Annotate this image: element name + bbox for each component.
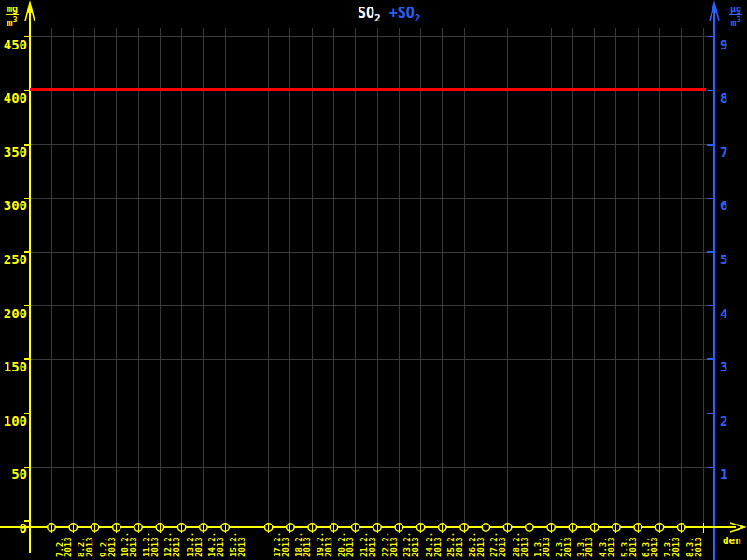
svg-text:2013: 2013 [281, 537, 290, 557]
left-axis-tick-label: 350 [4, 145, 27, 160]
x-axis-date-label: 11.2.2013 [142, 532, 160, 557]
svg-text:2013: 2013 [607, 537, 616, 557]
right-axis-tick-label: 6 [720, 198, 727, 213]
right-axis-tick-label: 8 [720, 91, 727, 105]
x-axis-date-label: 5.3.2013 [620, 537, 638, 557]
svg-text:2013: 2013 [411, 537, 420, 557]
svg-text:2013: 2013 [303, 537, 312, 557]
svg-text:2013: 2013 [476, 537, 486, 557]
svg-text:2013: 2013 [107, 537, 117, 557]
right-axis-tick-label: 9 [720, 37, 727, 52]
x-axis-date-label: 25.2.2013 [446, 532, 464, 557]
svg-text:2013: 2013 [194, 537, 204, 557]
x-axis-date-label: 20.2.2013 [337, 532, 355, 557]
x-axis-date-label: 9.2.2013 [99, 537, 117, 557]
x-axis-date-label: 13.2.2013 [186, 532, 204, 557]
x-axis-date-labels: 7.2.20138.2.20139.2.201310.2.201311.2.20… [55, 532, 703, 557]
x-axis-date-label: 15.2.2013 [229, 532, 247, 557]
axes [0, 3, 736, 560]
axis-arrows [25, 3, 744, 532]
x-axis-date-label: 23.2.2013 [402, 532, 420, 557]
left-axis-tick-label: 300 [4, 198, 27, 213]
left-axis-tick-label: 50 [11, 467, 27, 482]
x-axis-date-label: 4.3.2013 [599, 537, 616, 557]
svg-text:2013: 2013 [129, 537, 138, 557]
right-axis-tick-label: 1 [720, 467, 727, 482]
x-axis-date-label: 7.2.2013 [55, 537, 73, 557]
right-axis-tick-label: 2 [720, 413, 727, 428]
x-axis-date-label: 1.3.2013 [533, 537, 551, 557]
left-axis-tick-label: 450 [4, 37, 27, 52]
left-axis-tick-label: 150 [4, 359, 27, 374]
x-axis-date-label: 7.3.2013 [663, 537, 681, 557]
svg-text:2013: 2013 [671, 537, 681, 557]
left-axis-tick-label: 250 [4, 252, 27, 267]
so2-concentration-chart: SO2+SO2 mg m3 µg m3 den 4504003503002502… [0, 0, 747, 560]
right-axis-tick-label: 7 [720, 145, 727, 160]
x-axis-date-label: 10.2.2013 [120, 532, 138, 557]
right-axis-ticks: 987654321 [707, 37, 727, 483]
right-axis-tick-label: 5 [720, 252, 727, 267]
x-axis-date-label: 27.2.2013 [489, 532, 507, 557]
svg-text:2013: 2013 [650, 537, 659, 557]
svg-text:2013: 2013 [628, 537, 638, 557]
left-axis-tick-label: 400 [4, 91, 27, 105]
svg-text:2013: 2013 [563, 537, 572, 557]
left-axis-tick-label: 200 [4, 306, 27, 321]
svg-text:2013: 2013 [237, 537, 247, 557]
left-axis-tick-label: 0 [20, 521, 27, 536]
x-axis-date-label: 17.2.2013 [273, 532, 290, 557]
svg-text:2013: 2013 [585, 537, 594, 557]
right-axis-tick-label: 3 [720, 359, 727, 374]
x-axis-date-label: 18.2.2013 [294, 532, 312, 557]
right-axis-tick-label: 4 [720, 306, 727, 321]
x-axis-date-label: 8.2.2013 [77, 537, 94, 557]
plot-area: 4504003503002502001501005009876543217.2.… [0, 0, 747, 560]
svg-text:2013: 2013 [389, 537, 399, 557]
x-axis-date-label: 24.2.2013 [425, 532, 443, 557]
x-axis-date-label: 6.3.2013 [641, 537, 659, 557]
svg-text:2013: 2013 [498, 537, 507, 557]
svg-text:2013: 2013 [520, 537, 529, 557]
gridlines [31, 28, 713, 526]
svg-text:2013: 2013 [216, 537, 225, 557]
x-axis-date-label: 14.2.2013 [207, 532, 225, 557]
x-axis-date-label: 21.2.2013 [359, 532, 377, 557]
svg-text:2013: 2013 [345, 537, 355, 557]
x-axis-date-label: 26.2.2013 [468, 532, 486, 557]
x-axis-date-label: 12.2.2013 [163, 532, 181, 557]
svg-text:2013: 2013 [172, 537, 181, 557]
left-axis-ticks: 450400350300250200150100500 [4, 37, 31, 536]
x-axis-date-label: 3.3.2013 [576, 537, 594, 557]
left-axis-tick-label: 100 [4, 413, 27, 428]
svg-text:2013: 2013 [368, 537, 377, 557]
x-axis-date-label: 2.3.2013 [555, 537, 572, 557]
svg-text:2013: 2013 [433, 537, 443, 557]
x-axis-date-label: 19.2.2013 [316, 532, 333, 557]
svg-text:2013: 2013 [542, 537, 551, 557]
svg-text:2013: 2013 [455, 537, 464, 557]
svg-text:2013: 2013 [324, 537, 333, 557]
x-axis-date-label: 28.2.2013 [512, 532, 529, 557]
x-axis-date-label: 8.3.2013 [685, 537, 703, 557]
svg-text:2013: 2013 [694, 537, 703, 557]
svg-text:2013: 2013 [85, 537, 94, 557]
svg-text:2013: 2013 [63, 537, 73, 557]
svg-text:2013: 2013 [150, 537, 160, 557]
x-axis-date-label: 22.2.2013 [381, 532, 399, 557]
